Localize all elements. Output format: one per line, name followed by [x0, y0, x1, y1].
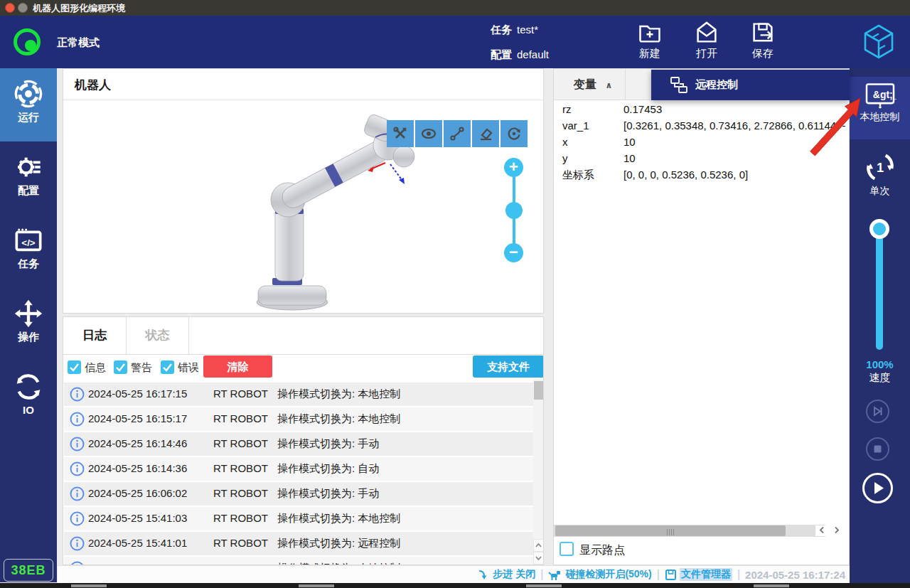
variables-hscrollbar-thumb[interactable]: [555, 525, 786, 536]
zoom-in-button[interactable]: +: [504, 158, 523, 177]
collision-detect-status[interactable]: 碰撞检测开启(50%): [548, 568, 651, 581]
mode-status-icon: [14, 28, 41, 55]
log-row[interactable]: 2024-05-25 16:14:36 RT ROBOT 操作模式切换为: 自动: [64, 457, 533, 481]
filter-warning-checkbox[interactable]: [114, 360, 127, 374]
open-button[interactable]: 打开: [680, 20, 733, 64]
robot-panel-titlebar: 机器人: [63, 69, 543, 100]
save-button[interactable]: 保存: [737, 20, 789, 64]
variables-title: 变量: [574, 78, 596, 90]
log-time: 2024-05-25 16:14:46: [88, 437, 187, 449]
view-path-button[interactable]: [444, 120, 471, 147]
edge-segment: [71, 584, 107, 587]
stop-icon: [867, 439, 888, 459]
sidebar-item-config[interactable]: 配置: [0, 141, 57, 215]
log-row[interactable]: 2024-05-25 16:15:17 RT ROBOT 操作模式切换为: 本地…: [64, 407, 533, 431]
sidebar-item-operate[interactable]: 操作: [0, 288, 57, 361]
view-reset-rotation-button[interactable]: [500, 120, 528, 147]
log-time: 2024-05-25 16:06:02: [88, 487, 187, 499]
hscroll-right-button[interactable]: [830, 525, 843, 536]
file-manager-icon: [665, 569, 677, 581]
close-icon[interactable]: [5, 3, 15, 13]
filter-error-checkbox[interactable]: [161, 360, 174, 374]
info-icon: [70, 437, 85, 451]
view-tools-button[interactable]: [387, 120, 414, 147]
os-titlebar: 机器人图形化编程环境: [0, 0, 910, 16]
robot-panel-title: 机器人: [75, 77, 111, 93]
file-manager-button[interactable]: 文件管理器: [665, 568, 732, 581]
new-button[interactable]: 新建: [623, 20, 676, 64]
step-mode-status[interactable]: 步进 关闭: [478, 568, 535, 581]
log-source: RT ROBOT: [213, 512, 268, 524]
speed-label: 速度: [850, 371, 910, 385]
log-row[interactable]: 2024-05-25 15:41:01 RT ROBOT 操作模式切换为: 远程…: [64, 532, 533, 555]
speed-slider-handle[interactable]: [869, 219, 889, 239]
log-message: 操作模式切换为: 本地控制: [277, 512, 400, 525]
log-scroll-down-button[interactable]: [533, 552, 544, 565]
tab-status[interactable]: 状态: [127, 317, 189, 354]
log-row[interactable]: 2024-05-25 16:14:46 RT ROBOT 操作模式切换为: 手动: [64, 432, 533, 456]
minimize-icon[interactable]: [18, 3, 28, 13]
log-row[interactable]: 2024-05-25 15:41:03 RT ROBOT 操作模式切换为: 本地…: [64, 507, 533, 530]
log-message: 操作模式切换为: 本地控制: [277, 412, 400, 426]
menu-item-remote-control[interactable]: 远程控制: [695, 78, 738, 92]
log-message: 操作模式切换为: 手动: [277, 487, 379, 501]
chevron-down-icon: [534, 552, 543, 564]
svg-text:1: 1: [876, 161, 883, 175]
log-scrollbar[interactable]: [533, 380, 544, 565]
support-file-button[interactable]: 支持文件: [473, 356, 544, 378]
chevron-right-icon: [833, 525, 841, 535]
clear-log-button[interactable]: 清除: [203, 356, 272, 378]
zoom-slider-handle[interactable]: [505, 202, 523, 219]
tab-log[interactable]: 日志: [63, 317, 127, 354]
filter-info-checkbox[interactable]: [68, 360, 81, 374]
sidebar-item-run[interactable]: 运行: [0, 68, 57, 141]
separator: |: [737, 568, 740, 581]
app-header: 正常模式 任务 test* 配置 default 新建 打开 保存: [0, 16, 910, 68]
task-label: 任务: [491, 23, 512, 37]
show-waypoints-label: 显示路点: [579, 543, 625, 558]
hscroll-left-button[interactable]: [815, 525, 828, 536]
save-icon: [750, 20, 776, 46]
log-source: RT ROBOT: [213, 462, 268, 474]
check-icon: [114, 360, 127, 374]
task-value: test*: [517, 23, 538, 36]
view-visibility-button[interactable]: [415, 120, 442, 147]
log-scrollbar-thumb[interactable]: [534, 381, 543, 400]
speed-value: 100%: [850, 358, 910, 370]
mode-label: 正常模式: [57, 36, 100, 50]
log-row[interactable]: 2024-05-25 15:40:54 RT ROBOT 操作模式切换为: 本地…: [64, 557, 533, 565]
separator: |: [540, 568, 543, 581]
sidebar-item-io[interactable]: IO: [0, 361, 57, 434]
save-button-label: 保存: [737, 47, 789, 60]
speed-slider-track[interactable]: [876, 229, 883, 350]
log-message: 操作模式切换为: 远程控制: [277, 537, 400, 550]
status-bar: 步进 关闭 | 碰撞检测开启(50%) | 文件管理器 | 2024-05-25…: [58, 565, 850, 583]
robot-id-badge[interactable]: 38EB: [4, 559, 53, 582]
zoom-out-button[interactable]: −: [504, 243, 523, 262]
log-row[interactable]: 2024-05-25 16:06:02 RT ROBOT 操作模式切换为: 手动: [64, 482, 533, 506]
variable-name: x: [562, 136, 568, 148]
step-forward-icon: [867, 401, 888, 422]
show-waypoints-checkbox[interactable]: [560, 542, 574, 556]
move-arrows-icon: [14, 299, 43, 328]
sidebar-item-task[interactable]: </> 任务: [0, 215, 57, 288]
single-run-label: 单次: [850, 185, 910, 198]
variables-header-label: 变量 ∧: [574, 77, 612, 92]
step-mode-label: 步进 关闭: [493, 568, 535, 581]
step-button[interactable]: [866, 400, 889, 423]
variable-name: var_1: [562, 119, 589, 132]
new-button-label: 新建: [623, 47, 676, 60]
play-button[interactable]: [862, 473, 893, 503]
log-row[interactable]: 2024-05-25 16:17:15 RT ROBOT 操作模式切换为: 本地…: [64, 383, 533, 406]
collapse-caret-icon[interactable]: ∧: [605, 80, 612, 90]
view-erase-button[interactable]: [472, 120, 499, 147]
io-swap-icon: [14, 373, 43, 401]
log-time: 2024-05-25 15:41:03: [88, 512, 187, 524]
collision-detect-label: 碰撞检测开启(50%): [565, 568, 651, 581]
tab-divider: [63, 354, 543, 355]
stop-button[interactable]: [866, 437, 889, 461]
log-scroll-up-button[interactable]: [533, 539, 544, 552]
play-icon: [864, 475, 891, 501]
filter-error-label: 错误: [178, 361, 199, 375]
info-icon: [70, 387, 85, 402]
